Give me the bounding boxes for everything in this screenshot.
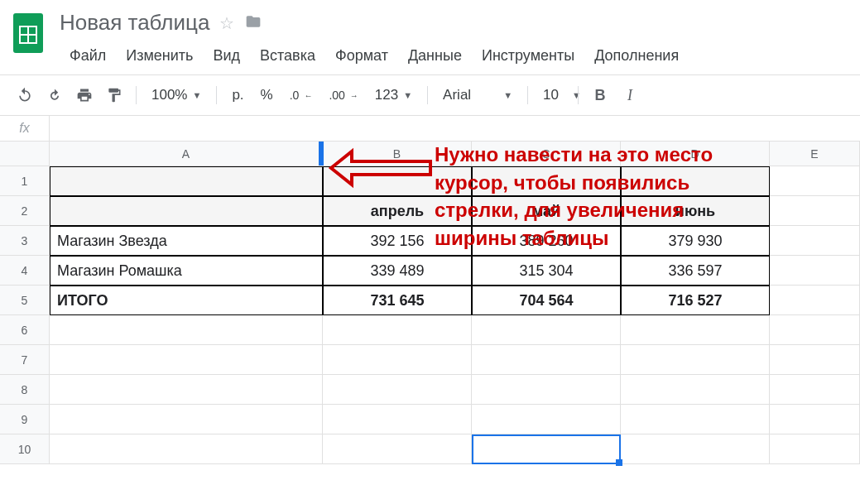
bold-button[interactable]: B: [587, 82, 613, 108]
cell[interactable]: [472, 345, 621, 375]
font-name-dropdown[interactable]: Arial▼: [436, 87, 519, 103]
cell[interactable]: Магазин Звезда: [50, 226, 323, 256]
cell[interactable]: [621, 405, 770, 434]
currency-button[interactable]: р.: [225, 87, 250, 103]
annotation-arrow-icon: [327, 145, 435, 193]
cell[interactable]: ИТОГО: [50, 286, 323, 315]
zoom-dropdown[interactable]: 100%▼: [145, 87, 208, 103]
cell[interactable]: [50, 315, 323, 345]
document-title[interactable]: Новая таблица: [60, 10, 209, 36]
print-button[interactable]: [71, 82, 98, 108]
number-format-dropdown[interactable]: 123▼: [368, 87, 419, 103]
cell[interactable]: 339 489: [323, 256, 472, 286]
cell[interactable]: [50, 434, 323, 464]
cell[interactable]: [770, 434, 860, 464]
menu-data[interactable]: Данные: [398, 44, 472, 68]
undo-button[interactable]: [12, 82, 38, 108]
cell[interactable]: [770, 196, 860, 226]
menu-addons[interactable]: Дополнения: [584, 44, 689, 68]
cell[interactable]: [50, 405, 323, 434]
cell[interactable]: [621, 434, 770, 464]
column-header-A[interactable]: A: [50, 142, 323, 166]
formula-input[interactable]: [50, 116, 860, 141]
row-header-6[interactable]: 6: [0, 315, 50, 345]
row-header-8[interactable]: 8: [0, 375, 50, 405]
cell[interactable]: [472, 405, 621, 434]
cell[interactable]: [323, 405, 472, 434]
folder-icon[interactable]: [244, 13, 262, 32]
cell[interactable]: [50, 375, 323, 405]
cell[interactable]: [50, 196, 323, 226]
row-header-10[interactable]: 10: [0, 434, 50, 464]
sheets-logo[interactable]: [10, 10, 46, 56]
column-header-E[interactable]: E: [770, 142, 860, 166]
menu-tools[interactable]: Инструменты: [472, 44, 584, 68]
header: Новая таблица ☆ Файл Изменить Вид Вставк…: [0, 0, 860, 68]
cell[interactable]: [323, 345, 472, 375]
font-size-dropdown[interactable]: 10▼: [536, 87, 569, 103]
italic-button[interactable]: I: [617, 82, 643, 108]
menu-file[interactable]: Файл: [60, 44, 116, 68]
cell[interactable]: Магазин Ромашка: [50, 256, 323, 286]
menu-format[interactable]: Формат: [325, 44, 398, 68]
row-header-9[interactable]: 9: [0, 405, 50, 434]
cell[interactable]: [50, 166, 323, 196]
menu-edit[interactable]: Изменить: [116, 44, 203, 68]
cell[interactable]: [770, 166, 860, 196]
cell[interactable]: 336 597: [621, 256, 770, 286]
cell[interactable]: [323, 315, 472, 345]
cell[interactable]: [770, 226, 860, 256]
menu-view[interactable]: Вид: [203, 44, 250, 68]
cell[interactable]: [770, 375, 860, 405]
cell[interactable]: 716 527: [621, 286, 770, 315]
row-header-1[interactable]: 1: [0, 166, 50, 196]
row-header-4[interactable]: 4: [0, 256, 50, 286]
toolbar: 100%▼ р. % .0← .00→ 123▼ Arial▼ 10▼ B I: [0, 75, 860, 115]
cell[interactable]: [770, 256, 860, 286]
cell[interactable]: [621, 345, 770, 375]
fx-label: fx: [0, 116, 50, 141]
cell[interactable]: [472, 315, 621, 345]
redo-button[interactable]: [41, 82, 68, 108]
paint-format-button[interactable]: [101, 82, 127, 108]
cell[interactable]: [323, 375, 472, 405]
row-header-7[interactable]: 7: [0, 345, 50, 375]
menu-insert[interactable]: Вставка: [250, 44, 325, 68]
cell[interactable]: [621, 315, 770, 345]
row-header-3[interactable]: 3: [0, 226, 50, 256]
cell[interactable]: [770, 315, 860, 345]
percent-button[interactable]: %: [254, 87, 280, 103]
cell[interactable]: 704 564: [472, 286, 621, 315]
select-all-corner[interactable]: [0, 142, 50, 166]
column-resize-handle[interactable]: [319, 142, 324, 166]
cell[interactable]: [770, 286, 860, 315]
menu-bar: Файл Изменить Вид Вставка Формат Данные …: [60, 44, 689, 68]
cell[interactable]: [472, 434, 621, 464]
cell[interactable]: [472, 375, 621, 405]
cell[interactable]: [323, 434, 472, 464]
formula-bar: fx: [0, 115, 860, 142]
cell[interactable]: 315 304: [472, 256, 621, 286]
row-header-2[interactable]: 2: [0, 196, 50, 226]
star-icon[interactable]: ☆: [219, 13, 234, 33]
increase-decimals-button[interactable]: .00→: [322, 89, 364, 102]
cell[interactable]: [770, 405, 860, 434]
cell[interactable]: [770, 345, 860, 375]
cell[interactable]: [50, 345, 323, 375]
row-header-5[interactable]: 5: [0, 286, 50, 315]
cell[interactable]: [621, 375, 770, 405]
annotation-text: Нужно навести на это место курсор, чтобы…: [435, 141, 713, 252]
decrease-decimals-button[interactable]: .0←: [283, 89, 319, 102]
cell[interactable]: 731 645: [323, 286, 472, 315]
